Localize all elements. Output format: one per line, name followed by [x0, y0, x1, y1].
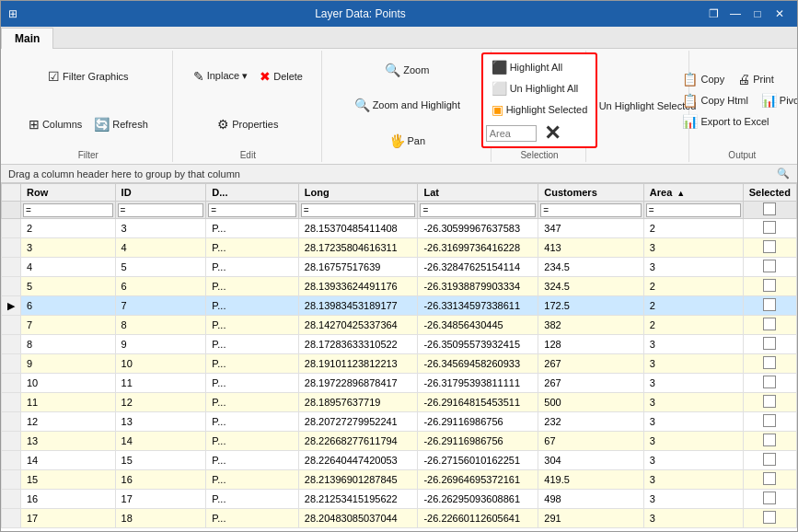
table-row[interactable]: 56P...28.13933624491176-26.3193887990333…	[2, 277, 797, 296]
table-row[interactable]: ▶67P...28.13983453189177-26.331345973386…	[2, 296, 797, 316]
row-selected-checkbox[interactable]	[763, 511, 776, 524]
window-title: Layer Data: Points	[17, 7, 703, 20]
area-input[interactable]	[486, 125, 537, 142]
table-row[interactable]: 1213P...28.20727279952241-26.29116986756…	[2, 412, 797, 432]
minimize-button[interactable]: —	[725, 5, 746, 23]
row-selected-cell	[743, 432, 796, 451]
zoom-highlight-button[interactable]: 🔍 Zoom and Highlight	[349, 95, 466, 115]
pivot-button[interactable]: 📊 Pivot	[756, 90, 798, 110]
close-button[interactable]: ✕	[769, 5, 790, 23]
app-icon: ⊞	[8, 7, 17, 20]
table-row[interactable]: 23P...28.15370485411408-26.3059996763758…	[2, 219, 797, 238]
row-lat: -26.33134597338611	[418, 296, 538, 316]
row-selected-checkbox[interactable]	[763, 492, 776, 504]
row-arrow-cell	[2, 335, 21, 354]
copy-html-button[interactable]: 📋 Copy Html	[677, 90, 753, 110]
row-arrow-cell	[2, 509, 21, 528]
properties-icon: ⚙	[217, 117, 229, 132]
table-row[interactable]: 910P...28.19101123812213-26.345694582609…	[2, 354, 797, 374]
col-header-id[interactable]: ID	[115, 184, 206, 202]
maximize-button[interactable]: □	[747, 5, 768, 23]
zoom-button[interactable]: 🔍 Zoom	[379, 60, 434, 80]
properties-button[interactable]: ⚙ Properties	[212, 114, 283, 134]
col-header-area[interactable]: Area ▲	[643, 184, 743, 202]
filter-selected-checkbox[interactable]	[763, 202, 776, 215]
filter-customers-input[interactable]	[540, 203, 642, 217]
row-selected-checkbox[interactable]	[763, 414, 776, 427]
output-buttons: 📋 Copy 🖨 Print 📋 Copy Html	[677, 52, 798, 148]
delete-button[interactable]: ✖ Delete	[254, 66, 308, 87]
refresh-button[interactable]: 🔄 Refresh	[88, 114, 154, 134]
row-arrow-cell	[2, 374, 21, 393]
highlight-all-button[interactable]: ⬛ Highlight All	[486, 57, 568, 77]
row-selected-checkbox[interactable]	[763, 240, 776, 253]
row-selected-checkbox[interactable]	[763, 434, 776, 446]
col-header-lat[interactable]: Lat	[418, 184, 538, 202]
table-row[interactable]: 1011P...28.19722896878417-26.31795393811…	[2, 374, 797, 393]
col-header-selected[interactable]: Selected	[743, 184, 796, 202]
row-selected-checkbox[interactable]	[763, 395, 776, 408]
columns-button[interactable]: ⊞ Columns	[23, 114, 87, 134]
tab-main[interactable]: Main	[1, 28, 53, 49]
row-long: 28.19722896878417	[298, 374, 418, 393]
filter-lat-input[interactable]	[420, 203, 536, 217]
row-area: 2	[643, 219, 743, 238]
row-selected-cell	[743, 219, 796, 238]
row-selected-checkbox[interactable]	[763, 472, 776, 485]
row-d: P...	[206, 451, 298, 470]
row-selected-checkbox[interactable]	[763, 279, 776, 292]
table-row[interactable]: 1314P...28.22668277611794-26.29116986756…	[2, 432, 797, 451]
filter-id-input[interactable]	[118, 203, 204, 217]
pan-button[interactable]: 🖐 Pan	[384, 131, 432, 151]
row-selected-checkbox[interactable]	[763, 453, 776, 466]
data-table-container[interactable]: Row ID D... Long Lat Customers Area ▲ Se…	[1, 183, 797, 531]
row-area: 3	[643, 470, 743, 490]
filter-graphics-icon: ☑	[48, 69, 60, 84]
row-selected-checkbox[interactable]	[763, 356, 776, 369]
filter-long-input[interactable]	[301, 203, 416, 217]
col-header-customers[interactable]: Customers	[538, 184, 644, 202]
row-selected-checkbox[interactable]	[763, 318, 776, 330]
filter-group-label: Filter	[78, 150, 98, 160]
row-d: P...	[206, 316, 298, 335]
selection-group-label: Selection	[520, 150, 558, 160]
table-row[interactable]: 45P...28.16757517639-26.3284762515411423…	[2, 258, 797, 277]
col-header-row[interactable]: Row	[21, 184, 116, 202]
row-selected-checkbox[interactable]	[763, 260, 776, 272]
table-row[interactable]: 1415P...28.22640447420053-26.27156010162…	[2, 451, 797, 470]
area-clear-button[interactable]: ✕	[540, 123, 564, 144]
filter-d-input[interactable]	[208, 203, 295, 217]
print-button[interactable]: 🖨 Print	[732, 69, 780, 89]
area-sort-indicator: ▲	[677, 189, 685, 198]
row-selected-checkbox[interactable]	[763, 337, 776, 350]
ribbon-tabs: Main	[1, 27, 797, 49]
restore-button[interactable]: ❐	[703, 5, 723, 23]
highlight-selected-button[interactable]: ▣ Highlight Selected	[486, 99, 594, 120]
table-row[interactable]: 1617P...28.21253415195622-26.26295093608…	[2, 490, 797, 509]
inplace-button[interactable]: ✎ Inplace ▾	[188, 66, 254, 87]
highlight-selected-icon: ▣	[492, 102, 503, 117]
row-area: 2	[643, 296, 743, 316]
row-selected-checkbox[interactable]	[763, 298, 776, 311]
table-row[interactable]: 34P...28.17235804616311-26.3169973641622…	[2, 238, 797, 258]
unhighlight-all-button[interactable]: ⬜ Un Highlight All	[486, 78, 584, 98]
col-header-d[interactable]: D...	[206, 184, 298, 202]
table-row[interactable]: 1718P...28.20483085037044-26.22660112605…	[2, 509, 797, 528]
filter-graphics-button[interactable]: ☑ Filter Graphics	[42, 66, 134, 87]
filter-row-input[interactable]	[23, 203, 113, 217]
filter-area-input[interactable]	[646, 203, 741, 217]
row-selected-checkbox[interactable]	[763, 221, 776, 234]
table-row[interactable]: 1516P...28.21396901287845-26.26964695372…	[2, 470, 797, 490]
col-header-long[interactable]: Long	[298, 184, 418, 202]
table-row[interactable]: 78P...28.14270425337364-26.3485643044538…	[2, 316, 797, 335]
row-id: 9	[115, 335, 206, 354]
row-id: 16	[115, 470, 206, 490]
table-row[interactable]: 1112P...28.18957637719-26.29164815453511…	[2, 393, 797, 412]
copy-button[interactable]: 📋 Copy	[677, 69, 730, 89]
table-row[interactable]: 89P...28.17283633310522-26.3509557393241…	[2, 335, 797, 354]
search-icon[interactable]: 🔍	[777, 168, 790, 179]
row-selected-cell	[743, 451, 796, 470]
row-selected-checkbox[interactable]	[763, 376, 776, 388]
row-d: P...	[206, 509, 298, 528]
export-excel-button[interactable]: 📊 Export to Excel	[677, 111, 774, 132]
